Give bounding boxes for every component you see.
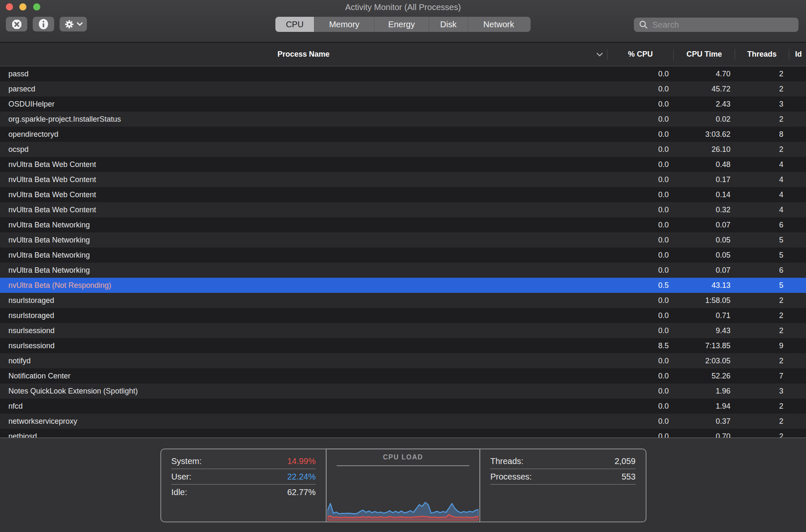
cell-cpu: 0.0 [609, 251, 675, 260]
table-row[interactable]: netbiosd0.00.702 [0, 429, 806, 438]
activity-monitor-window: Activity Monitor (All Processes) [0, 0, 806, 532]
gear-icon [64, 19, 75, 30]
cell-name: nvUltra Beta Web Content [0, 175, 609, 184]
cell-threads: 4 [735, 175, 789, 184]
cell-time: 0.07 [675, 266, 735, 275]
cell-threads: 4 [735, 206, 789, 214]
table-row[interactable]: opendirectoryd0.03:03.628 [0, 127, 806, 142]
octagon-x-icon [11, 19, 22, 30]
column-header-process-name[interactable]: Process Name [0, 43, 607, 66]
table-row[interactable]: passd0.04.702 [0, 66, 806, 81]
cell-cpu: 0.0 [609, 115, 675, 124]
table-row[interactable]: ocspd0.026.102 [0, 142, 806, 157]
cell-threads: 5 [735, 236, 789, 245]
table-row[interactable]: networkserviceproxy0.00.372 [0, 414, 806, 429]
cell-name: org.sparkle-project.InstallerStatus [0, 115, 609, 124]
column-header-id-truncated[interactable]: Id [789, 43, 806, 66]
cell-cpu: 0.0 [609, 402, 675, 411]
cell-name: networkserviceproxy [0, 417, 609, 426]
tab-cpu[interactable]: CPU [275, 17, 314, 32]
quit-process-button[interactable] [6, 17, 27, 31]
cell-name: opendirectoryd [0, 130, 609, 139]
tab-energy[interactable]: Energy [374, 17, 429, 32]
user-stat-row: User: 22.24% [171, 469, 316, 485]
table-row[interactable]: nvUltra Beta Web Content0.00.144 [0, 187, 806, 202]
titlebar[interactable]: Activity Monitor (All Processes) [0, 0, 806, 42]
table-row[interactable]: org.sparkle-project.InstallerStatus0.00.… [0, 112, 806, 127]
cell-name: Notification Center [0, 372, 609, 381]
cell-threads: 2 [735, 70, 789, 78]
search-icon [639, 20, 648, 29]
column-header-threads[interactable]: Threads [735, 43, 789, 66]
cell-threads: 2 [735, 357, 789, 365]
sort-chevron-down-icon[interactable] [597, 52, 603, 57]
cell-time: 0.32 [675, 206, 735, 214]
column-header-cpu[interactable]: % CPU [607, 43, 673, 66]
cell-name: nsurlsessiond [0, 342, 609, 350]
table-header: Process Name % CPU CPU Time Threads Id [0, 43, 806, 66]
cell-threads: 6 [735, 221, 789, 229]
cell-time: 0.71 [675, 311, 735, 320]
column-header-cpu-time[interactable]: CPU Time [674, 43, 735, 66]
search-field[interactable] [634, 18, 798, 32]
cell-threads: 3 [735, 100, 789, 109]
cell-name: nvUltra Beta Networking [0, 251, 609, 260]
cell-time: 3:03.62 [675, 130, 735, 139]
cell-time: 0.37 [675, 417, 735, 426]
table-row[interactable]: nvUltra Beta Networking0.00.055 [0, 232, 806, 248]
tab-memory[interactable]: Memory [314, 17, 374, 32]
cell-cpu: 0.0 [609, 296, 675, 305]
cell-threads: 4 [735, 160, 789, 169]
cell-cpu: 0.0 [609, 387, 675, 396]
cell-threads: 9 [735, 342, 789, 350]
tab-disk[interactable]: Disk [429, 17, 468, 32]
tab-network[interactable]: Network [468, 17, 529, 32]
table-row[interactable]: nsurlstoraged0.01:58.052 [0, 293, 806, 308]
cell-time: 0.14 [675, 190, 735, 199]
table-row[interactable]: nsurlstoraged0.00.712 [0, 308, 806, 323]
idle-value: 62.77% [287, 488, 316, 497]
table-row[interactable]: Notification Center0.052.267 [0, 368, 806, 383]
cell-threads: 7 [735, 372, 789, 381]
cell-name: nvUltra Beta Web Content [0, 206, 609, 214]
table-row[interactable]: nsurlsessiond8.57:13.859 [0, 338, 806, 353]
actions-menu-button[interactable] [60, 17, 87, 31]
table-row[interactable]: nvUltra Beta Web Content0.00.484 [0, 157, 806, 172]
cell-threads: 2 [735, 326, 789, 335]
cell-time: 0.17 [675, 175, 735, 184]
table-row[interactable]: nvUltra Beta Web Content0.00.174 [0, 172, 806, 187]
threads-value: 2,059 [615, 456, 636, 466]
table-row[interactable]: nfcd0.01.942 [0, 399, 806, 414]
footer: System: 14.99% User: 22.24% Idle: 62.77%… [0, 438, 806, 532]
table-row[interactable]: nsurlsessiond0.09.432 [0, 323, 806, 338]
table-row[interactable]: nvUltra Beta Web Content0.00.324 [0, 202, 806, 217]
cell-name: ocspd [0, 145, 609, 154]
table-row[interactable]: Notes QuickLook Extension (Spotlight)0.0… [0, 383, 806, 399]
cell-cpu: 8.5 [609, 342, 675, 350]
table-row[interactable]: notifyd0.02:03.052 [0, 353, 806, 368]
cell-threads: 2 [735, 402, 789, 411]
table-row[interactable]: parsecd0.045.722 [0, 81, 806, 96]
table-row-selected[interactable]: nvUltra Beta (Not Responding)0.543.135 [0, 278, 806, 293]
table-row[interactable]: nvUltra Beta Networking0.00.055 [0, 248, 806, 263]
system-label: System: [171, 456, 202, 466]
user-label: User: [171, 472, 191, 482]
cell-time: 0.07 [675, 221, 735, 229]
cell-time: 1.94 [675, 402, 735, 411]
cell-name: nsurlsessiond [0, 326, 609, 335]
cell-cpu: 0.0 [609, 175, 675, 184]
cell-name: nvUltra Beta Networking [0, 221, 609, 229]
threads-stat-row: Threads: 2,059 [490, 454, 636, 469]
processes-stat-row: Processes: 553 [490, 469, 636, 485]
user-value: 22.24% [287, 472, 316, 482]
cell-time: 9.43 [675, 326, 735, 335]
cpu-load-chart [327, 493, 479, 521]
cell-cpu: 0.0 [609, 372, 675, 381]
search-input[interactable] [652, 20, 793, 30]
table-row[interactable]: nvUltra Beta Networking0.00.076 [0, 217, 806, 232]
cell-cpu: 0.0 [609, 221, 675, 229]
cell-threads: 8 [735, 130, 789, 139]
table-row[interactable]: OSDUIHelper0.02.433 [0, 96, 806, 112]
table-row[interactable]: nvUltra Beta Networking0.00.076 [0, 263, 806, 278]
inspect-process-button[interactable] [33, 17, 54, 31]
